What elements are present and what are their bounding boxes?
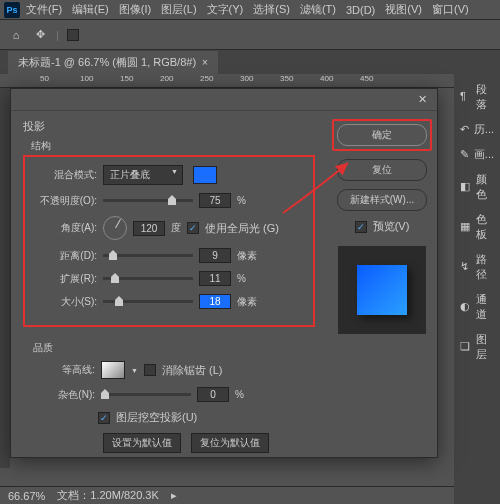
ps-logo: Ps	[4, 2, 20, 18]
menu-layer[interactable]: 图层(L)	[161, 2, 196, 17]
menu-type[interactable]: 文字(Y)	[207, 2, 244, 17]
ok-button[interactable]: 确定	[337, 124, 427, 146]
size-input[interactable]: 18	[199, 294, 231, 309]
antialias-checkbox[interactable]	[144, 364, 156, 376]
antialias-label: 消除锯齿 (L)	[162, 363, 223, 378]
layers-icon: ❏	[460, 340, 472, 354]
color-icon: ◧	[460, 180, 472, 194]
opacity-label: 不透明度(O):	[35, 194, 97, 208]
structure-label: 结构	[31, 139, 315, 153]
menu-edit[interactable]: 编辑(E)	[72, 2, 109, 17]
panel-color[interactable]: ◧颜色	[454, 168, 500, 206]
angle-dial[interactable]	[103, 216, 127, 240]
menu-3d[interactable]: 3D(D)	[346, 4, 375, 16]
noise-slider[interactable]	[101, 393, 191, 396]
panel-paths[interactable]: ↯路径	[454, 248, 500, 286]
distance-unit: 像素	[237, 249, 257, 263]
structure-group: 混合模式: 正片叠底 不透明度(O): 75 % 角度(A): 120 度 使用	[23, 155, 315, 327]
panel-brush[interactable]: ✎画...	[454, 143, 500, 166]
spread-input[interactable]: 11	[199, 271, 231, 286]
chevron-right-icon[interactable]: ▸	[171, 489, 177, 502]
layer-style-dialog: ✕ 投影 结构 混合模式: 正片叠底 不透明度(O): 75 % 角度(A):	[10, 88, 438, 458]
preview-checkbox[interactable]	[355, 221, 367, 233]
zoom-level[interactable]: 66.67%	[8, 490, 45, 502]
move-icon[interactable]: ✥	[32, 27, 48, 43]
option-checkbox[interactable]	[67, 29, 79, 41]
effect-preview	[338, 246, 426, 334]
menu-view[interactable]: 视图(V)	[385, 2, 422, 17]
reset-default-button[interactable]: 复位为默认值	[191, 433, 269, 453]
menu-image[interactable]: 图像(I)	[119, 2, 151, 17]
tab-title: 未标题-1 @ 66.7% (椭圆 1, RGB/8#)	[18, 55, 196, 70]
spread-label: 扩展(R):	[35, 272, 97, 286]
panels-sidebar: ¶段落 ↶历... ✎画... ◧颜色 ▦色板 ↯路径 ◐通道 ❏图层	[454, 74, 500, 504]
document-tabs: 未标题-1 @ 66.7% (椭圆 1, RGB/8#) ×	[0, 50, 500, 74]
menu-window[interactable]: 窗口(V)	[432, 2, 469, 17]
tool-strip	[0, 88, 10, 468]
global-light-label: 使用全局光 (G)	[205, 221, 279, 236]
shadow-color-swatch[interactable]	[193, 166, 217, 184]
close-icon[interactable]: ✕	[415, 93, 429, 107]
menubar: Ps 文件(F) 编辑(E) 图像(I) 图层(L) 文字(Y) 选择(S) 滤…	[0, 0, 500, 20]
brush-icon: ✎	[460, 148, 470, 162]
menu-select[interactable]: 选择(S)	[253, 2, 290, 17]
knockout-checkbox[interactable]	[98, 412, 110, 424]
panel-layers[interactable]: ❏图层	[454, 328, 500, 366]
ruler-horizontal: 50 100 150 200 250 300 350 400 450	[0, 74, 500, 88]
reset-button[interactable]: 复位	[337, 159, 427, 181]
close-icon[interactable]: ×	[202, 57, 208, 68]
contour-picker[interactable]	[101, 361, 125, 379]
global-light-checkbox[interactable]	[187, 222, 199, 234]
panel-swatches[interactable]: ▦色板	[454, 208, 500, 246]
ok-button-highlight: 确定	[332, 119, 432, 151]
quality-label: 品质	[33, 341, 305, 355]
angle-input[interactable]: 120	[133, 221, 165, 236]
doc-size: 文档：1.20M/820.3K	[57, 488, 159, 503]
spread-slider[interactable]	[103, 277, 193, 280]
options-bar: ⌂ ✥ |	[0, 20, 500, 50]
preview-label: 预览(V)	[373, 219, 410, 234]
distance-input[interactable]: 9	[199, 248, 231, 263]
document-tab[interactable]: 未标题-1 @ 66.7% (椭圆 1, RGB/8#) ×	[8, 51, 218, 74]
menu-filter[interactable]: 滤镜(T)	[300, 2, 336, 17]
blend-mode-dropdown[interactable]: 正片叠底	[103, 165, 183, 185]
set-default-button[interactable]: 设置为默认值	[103, 433, 181, 453]
distance-slider[interactable]	[103, 254, 193, 257]
paths-icon: ↯	[460, 260, 472, 274]
preview-swatch	[357, 265, 407, 315]
angle-label: 角度(A):	[35, 221, 97, 235]
section-title: 投影	[23, 119, 315, 134]
history-icon: ↶	[460, 123, 470, 137]
swatches-icon: ▦	[460, 220, 472, 234]
panel-history[interactable]: ↶历...	[454, 118, 500, 141]
distance-label: 距离(D):	[35, 249, 97, 263]
panel-channels[interactable]: ◐通道	[454, 288, 500, 326]
home-icon[interactable]: ⌂	[8, 27, 24, 43]
channels-icon: ◐	[460, 300, 472, 314]
contour-label: 等高线:	[33, 363, 95, 377]
size-label: 大小(S):	[35, 295, 97, 309]
paragraph-icon: ¶	[460, 90, 472, 104]
knockout-label: 图层挖空投影(U)	[116, 410, 197, 425]
statusbar: 66.67% 文档：1.20M/820.3K ▸	[0, 486, 454, 504]
size-slider[interactable]	[103, 300, 193, 303]
menu-file[interactable]: 文件(F)	[26, 2, 62, 17]
new-style-button[interactable]: 新建样式(W)...	[337, 189, 427, 211]
panel-paragraph[interactable]: ¶段落	[454, 78, 500, 116]
opacity-input[interactable]: 75	[199, 193, 231, 208]
opacity-unit: %	[237, 195, 246, 206]
opacity-slider[interactable]	[103, 199, 193, 202]
spread-unit: %	[237, 273, 246, 284]
blend-mode-label: 混合模式:	[35, 168, 97, 182]
noise-label: 杂色(N):	[33, 388, 95, 402]
dialog-titlebar: ✕	[11, 89, 437, 111]
noise-unit: %	[235, 389, 244, 400]
angle-unit: 度	[171, 221, 181, 235]
size-unit: 像素	[237, 295, 257, 309]
noise-input[interactable]: 0	[197, 387, 229, 402]
